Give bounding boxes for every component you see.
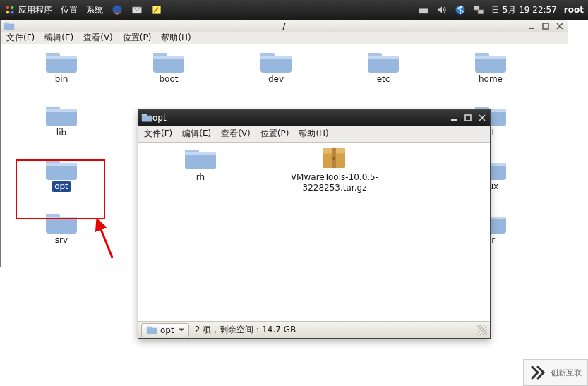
minimize-button[interactable]	[527, 21, 536, 31]
folder-label: dev	[268, 74, 284, 85]
path-button-label: opt	[160, 325, 174, 335]
folder-label: boot	[159, 74, 178, 85]
opt-window-title: opt	[152, 113, 167, 123]
menu-system-label: 系统	[86, 4, 103, 16]
opt-statusbar: opt 2 项，剩余空间：14.7 GB	[138, 321, 490, 338]
svg-rect-23	[147, 327, 157, 334]
svg-point-3	[6, 6, 9, 9]
root-titlebar[interactable]: /	[1, 20, 568, 32]
bluetooth-icon[interactable]	[455, 4, 466, 16]
volume-icon[interactable]	[436, 4, 448, 16]
menu-edit[interactable]: 编辑(E)	[182, 128, 211, 140]
menu-help[interactable]: 帮助(H)	[299, 128, 328, 140]
menu-file[interactable]: 文件(F)	[6, 32, 35, 44]
svg-point-6	[11, 11, 14, 14]
menu-file[interactable]: 文件(F)	[144, 128, 172, 140]
top-panel: 应用程序 位置 系统	[0, 0, 588, 20]
svg-rect-24	[147, 326, 152, 328]
path-button[interactable]: opt	[141, 323, 189, 337]
folder-etc[interactable]: etc	[330, 50, 437, 104]
svg-rect-15	[4, 24, 14, 30]
svg-rect-14	[478, 10, 483, 14]
archive-vmwaretools[interactable]: VMwareTools-10.0.5-3228253.tar.gz	[257, 147, 412, 317]
menu-edit[interactable]: 编辑(E)	[44, 32, 73, 44]
launcher-mail[interactable]	[131, 4, 143, 16]
folder-label: etc	[377, 74, 390, 85]
svg-point-11	[421, 11, 422, 12]
folder-srv[interactable]: srv	[8, 211, 115, 265]
mail-icon	[131, 4, 143, 16]
svg-rect-21	[451, 119, 457, 121]
svg-rect-16	[4, 22, 9, 24]
menu-places[interactable]: 位置(P)	[123, 32, 152, 44]
root-menubar: 文件(F) 编辑(E) 查看(V) 位置(P) 帮助(H)	[1, 32, 568, 44]
minimize-button[interactable]	[449, 113, 459, 123]
menu-applications[interactable]: 应用程序	[4, 4, 52, 16]
folder-dev[interactable]: dev	[222, 50, 330, 104]
svg-rect-19	[142, 116, 152, 122]
network-icon[interactable]	[473, 4, 484, 16]
svg-point-5	[6, 11, 9, 14]
folder-label: lib	[56, 128, 66, 138]
status-text: 2 项，剩余空间：14.7 GB	[195, 324, 296, 336]
maximize-button[interactable]	[463, 113, 473, 123]
root-window-title: /	[282, 21, 285, 31]
folder-bin[interactable]: bin	[8, 50, 115, 104]
opt-menubar: 文件(F) 编辑(E) 查看(V) 位置(P) 帮助(H)	[138, 126, 490, 143]
archive-label: VMwareTools-10.0.5-3228253.tar.gz	[282, 172, 388, 193]
apps-icon	[4, 4, 16, 16]
disk-icon[interactable]	[418, 4, 429, 16]
opt-titlebar[interactable]: opt	[138, 110, 490, 126]
folder-icon	[4, 20, 15, 32]
folder-boot[interactable]: boot	[115, 50, 222, 104]
watermark: 创新互联	[523, 359, 588, 386]
resize-grip-icon[interactable]	[477, 325, 487, 335]
svg-rect-20	[142, 114, 147, 116]
folder-icon	[141, 112, 152, 123]
svg-point-4	[11, 6, 14, 9]
folder-label: bin	[55, 74, 68, 85]
menu-places-label: 位置	[61, 4, 78, 16]
folder-icon	[146, 325, 157, 336]
menu-view[interactable]: 查看(V)	[221, 128, 251, 140]
svg-rect-13	[474, 6, 479, 10]
folder-label: opt	[52, 181, 71, 192]
folder-label: home	[479, 74, 503, 85]
menu-applications-label: 应用程序	[18, 4, 52, 16]
folder-lib[interactable]: lib	[8, 104, 115, 157]
svg-rect-18	[543, 23, 548, 29]
menu-view[interactable]: 查看(V)	[83, 32, 113, 44]
launcher-firefox[interactable]	[112, 4, 123, 16]
opt-icon-area[interactable]: rh VMwareTools-10.0.5-3228253.tar.gz	[138, 143, 490, 321]
menu-places[interactable]: 位置	[61, 4, 78, 16]
notes-icon	[151, 4, 162, 16]
svg-rect-10	[419, 8, 428, 13]
close-button[interactable]	[477, 113, 487, 123]
svg-rect-17	[529, 28, 534, 29]
folder-opt[interactable]: opt	[8, 157, 115, 211]
close-button[interactable]	[555, 21, 565, 31]
menu-system[interactable]: 系统	[86, 4, 103, 16]
opt-file-manager-window: opt 文件(F) 编辑(E) 查看(V) 位置(P) 帮助(H) rh VMw…	[138, 109, 491, 339]
svg-rect-22	[465, 115, 471, 121]
launcher-notes[interactable]	[151, 4, 162, 16]
watermark-logo-icon	[529, 364, 546, 381]
folder-label: srv	[55, 235, 68, 246]
folder-rh[interactable]: rh	[144, 147, 257, 317]
firefox-icon	[112, 4, 123, 16]
clock[interactable]: 日 5月 19 22:57	[491, 4, 557, 16]
watermark-text: 创新互联	[551, 368, 582, 378]
folder-label: rh	[196, 172, 205, 183]
maximize-button[interactable]	[541, 21, 551, 31]
folder-home[interactable]: home	[437, 50, 544, 104]
menu-places[interactable]: 位置(P)	[260, 128, 289, 140]
menu-help[interactable]: 帮助(H)	[161, 32, 191, 44]
user-menu[interactable]: root	[564, 5, 584, 15]
